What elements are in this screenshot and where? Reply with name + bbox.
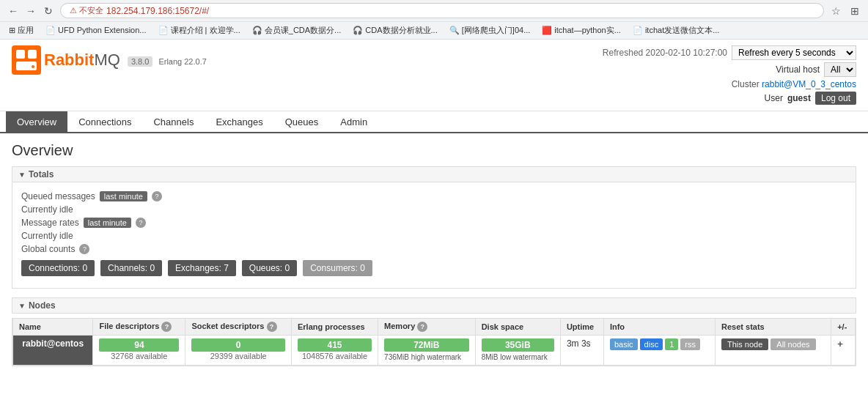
table-row: rabbit@centos 94 32768 available 0 29399…	[13, 336, 856, 366]
tab-overview[interactable]: Overview	[6, 111, 67, 132]
reset-all-nodes-button[interactable]: All nodes	[770, 338, 815, 350]
url-bar[interactable]: ⚠ 不安全 182.254.179.186:15672/#/	[60, 3, 824, 18]
page-title: Overview	[12, 142, 856, 159]
logout-button[interactable]: Log out	[815, 92, 856, 105]
reset-this-node-button[interactable]: This node	[721, 338, 768, 350]
logo-area: RabbitMQ 3.8.0 Erlang 22.0.7	[12, 45, 207, 75]
reload-button[interactable]: ↻	[41, 4, 56, 18]
nav-buttons: ← → ↻	[6, 4, 56, 18]
disk-watermark: 8MiB low watermark	[482, 353, 548, 361]
info-badge-num[interactable]: 1	[665, 338, 678, 350]
message-rates-badge[interactable]: last minute	[84, 218, 131, 228]
tab-admin[interactable]: Admin	[329, 111, 378, 132]
counts-row: Connections: 0 Channels: 0 Exchanges: 7 …	[21, 260, 847, 276]
forward-button[interactable]: →	[23, 4, 38, 18]
col-socket-desc: Socket descriptors ?	[185, 319, 292, 336]
svg-point-4	[32, 65, 34, 68]
info-cell: basic disc 1 rss	[603, 336, 715, 366]
erlang-available: 1048576 available	[298, 352, 372, 360]
consumers-count[interactable]: Consumers: 0	[303, 260, 372, 276]
global-counts-help-icon[interactable]: ?	[79, 244, 89, 254]
col-reset: Reset stats	[716, 319, 831, 336]
nodes-header[interactable]: ▼ Nodes	[12, 297, 856, 314]
channels-count[interactable]: Channels: 0	[100, 260, 162, 276]
exchanges-count[interactable]: Exchanges: 7	[168, 260, 236, 276]
warning-text: 不安全	[79, 6, 103, 15]
cluster-link[interactable]: rabbit@VM_0_3_centos	[762, 79, 856, 89]
bookmark-star-icon[interactable]: ☆	[828, 4, 843, 18]
tab-connections[interactable]: Connections	[67, 111, 142, 132]
queued-messages-label: Queued messages	[21, 191, 95, 201]
bookmark-3[interactable]: 🎧 会员课_CDA数据分...	[249, 23, 345, 37]
version-badge: 3.8.0	[128, 56, 152, 67]
plusminus-cell: +	[831, 336, 856, 366]
uptime-cell: 3m 3s	[560, 336, 603, 366]
info-badge-basic[interactable]: basic	[610, 338, 638, 350]
nodes-body: Name File descriptors ? Socket descripto…	[12, 318, 856, 366]
user-name: guest	[787, 93, 811, 103]
svg-rect-1	[16, 50, 25, 59]
tab-channels[interactable]: Channels	[142, 111, 205, 132]
back-button[interactable]: ←	[6, 4, 21, 18]
vhost-row: Virtual host All	[776, 62, 856, 77]
cluster-label: Cluster	[732, 79, 760, 89]
global-counts-label: Global counts	[21, 244, 75, 254]
browser-chrome: ← → ↻ ⚠ 不安全 182.254.179.186:15672/#/ ☆ ⊞…	[0, 0, 868, 40]
socket-desc-help-icon[interactable]: ?	[267, 322, 277, 332]
vhost-select[interactable]: All	[824, 62, 856, 77]
nodes-label: Nodes	[29, 300, 56, 311]
currently-idle-1-row: Currently idle	[21, 204, 847, 215]
bookmark-6[interactable]: 🟥 itchat—python实...	[539, 23, 624, 37]
bookmark-2[interactable]: 📄 课程介绍 | 欢迎学...	[155, 23, 243, 37]
info-badge-rss[interactable]: rss	[680, 338, 700, 350]
refresh-row: Refreshed 2020-02-10 10:27:00 Refresh ev…	[603, 45, 856, 60]
extensions-icon[interactable]: ⊞	[847, 4, 862, 18]
col-memory: Memory ?	[378, 319, 476, 336]
totals-label: Totals	[29, 169, 54, 179]
socket-desc-value: 0	[191, 338, 285, 352]
bookmark-apps[interactable]: ⊞ 应用	[6, 23, 37, 37]
file-desc-available: 32768 available	[99, 352, 179, 360]
reset-cell: This node All nodes	[716, 336, 831, 366]
bookmarks-bar: ⊞ 应用 📄 UFD Python Extension... 📄 课程介绍 | …	[0, 21, 868, 39]
tab-queues[interactable]: Queues	[274, 111, 330, 132]
totals-header[interactable]: ▼ Totals	[12, 166, 856, 182]
queues-count[interactable]: Queues: 0	[242, 260, 297, 276]
plusminus-icon[interactable]: +	[837, 338, 843, 349]
memory-cell: 72MiB 736MiB high watermark	[378, 336, 476, 366]
file-desc-value: 94	[99, 338, 179, 352]
nodes-section: ▼ Nodes Name File descriptors ? Socket d…	[12, 297, 856, 366]
message-rates-row: Message rates last minute ?	[21, 218, 847, 228]
info-badges: basic disc 1 rss	[610, 338, 709, 350]
col-uptime: Uptime	[560, 319, 603, 336]
col-name: Name	[13, 319, 93, 336]
nodes-table: Name File descriptors ? Socket descripto…	[12, 318, 856, 366]
queued-messages-help-icon[interactable]: ?	[152, 191, 162, 201]
reset-buttons: This node All nodes	[721, 338, 825, 350]
address-bar: ← → ↻ ⚠ 不安全 182.254.179.186:15672/#/ ☆ ⊞	[0, 0, 868, 21]
refresh-select[interactable]: Refresh every 5 seconds Refresh every 10…	[732, 45, 856, 60]
totals-arrow-icon: ▼	[18, 171, 26, 179]
bookmark-7[interactable]: 📄 itchat发送微信文本...	[630, 23, 723, 37]
logo: RabbitMQ	[12, 45, 120, 75]
erlang-version: Erlang 22.0.7	[158, 57, 206, 66]
queued-messages-badge[interactable]: last minute	[100, 191, 147, 201]
message-rates-help-icon[interactable]: ?	[136, 218, 146, 228]
user-row: User guest Log out	[765, 92, 856, 105]
file-desc-help-icon[interactable]: ?	[161, 322, 172, 332]
col-file-desc: File descriptors ?	[93, 319, 185, 336]
info-badge-disc[interactable]: disc	[640, 338, 663, 350]
connections-count[interactable]: Connections: 0	[21, 260, 95, 276]
logo-text: RabbitMQ	[44, 51, 120, 70]
svg-rect-2	[28, 50, 37, 59]
top-right: Refreshed 2020-02-10 10:27:00 Refresh ev…	[603, 45, 856, 105]
disk-value: 35GiB	[482, 338, 554, 352]
tab-exchanges[interactable]: Exchanges	[205, 111, 273, 132]
memory-value: 72MiB	[384, 338, 469, 352]
memory-help-icon[interactable]: ?	[417, 322, 427, 332]
file-desc-cell: 94 32768 available	[93, 336, 185, 366]
bookmark-4[interactable]: 🎧 CDA数据分析就业...	[350, 23, 440, 37]
bookmark-1[interactable]: 📄 UFD Python Extension...	[43, 24, 150, 37]
bookmark-5[interactable]: 🔍 [网络爬虫入门]04...	[446, 23, 534, 37]
node-name: rabbit@centos	[13, 336, 93, 366]
